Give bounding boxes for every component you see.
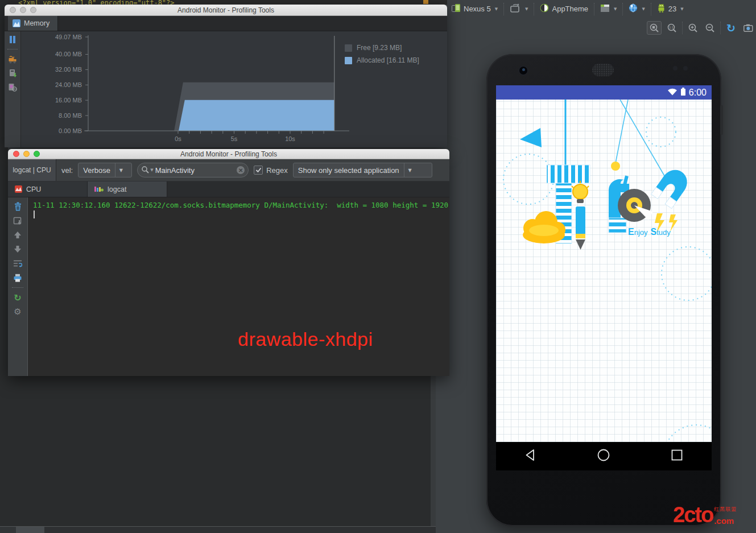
regex-option[interactable]: Regex — [254, 166, 288, 175]
memory-toolbar — [5, 31, 21, 147]
window-controls[interactable] — [10, 7, 36, 13]
scroll-down-button[interactable] — [13, 245, 22, 254]
search-history-chevron-icon[interactable]: ▼ — [150, 168, 153, 172]
memory-tab-icon — [13, 19, 20, 27]
monitor-corner-tab[interactable]: logcat | CPU — [8, 159, 56, 181]
logcat-console[interactable]: ↻ ⚙ 11-11 12:30:12.160 12622-12622/com.s… — [8, 197, 449, 376]
memory-monitor-window: Android Monitor - Profiling Tools Memory — [5, 5, 447, 147]
refresh-button[interactable]: ↻ — [724, 22, 738, 34]
layout-variant-icon — [600, 4, 610, 14]
allocation-tracker-button[interactable] — [8, 83, 17, 92]
device-selector[interactable]: Nexus 5 ▼ — [449, 3, 499, 14]
xml-code-line: <?xml version="1.0" encoding="utf-8"?> — [18, 0, 447, 5]
rotate-device-icon — [510, 3, 521, 15]
log-line[interactable]: 11-11 12:30:12.160 12622-12622/com.socks… — [33, 201, 448, 209]
zoom-in-button[interactable] — [686, 22, 700, 34]
battery-icon — [680, 87, 686, 98]
background-code-editor: <?xml version="1.0" encoding="utf-8"?> — [8, 0, 447, 5]
window-title: Android Monitor - Profiling Tools — [8, 150, 449, 158]
device-screen[interactable]: 6:00 — [496, 85, 712, 470]
window-titlebar[interactable]: Android Monitor - Profiling Tools — [5, 5, 447, 16]
maximize-button[interactable] — [34, 151, 40, 157]
gc-button[interactable] — [8, 55, 17, 64]
logcat-search-input[interactable]: ▼ MainActivity ✕ — [137, 163, 249, 177]
svg-text:24.00 MB: 24.00 MB — [55, 81, 82, 88]
api-level-selector[interactable]: 23 ▼ — [655, 3, 685, 14]
restart-logcat-button[interactable]: ↻ — [13, 293, 22, 302]
regex-checkbox[interactable] — [254, 166, 263, 175]
text-cursor — [34, 210, 35, 218]
theme-selector[interactable]: AppTheme — [538, 3, 590, 14]
toolbar-separator — [622, 3, 623, 15]
svg-text:5s: 5s — [231, 135, 238, 142]
clear-search-icon[interactable]: ✕ — [237, 166, 245, 174]
bottom-scrollbar-left-cap — [0, 527, 16, 533]
window-title: Android Monitor - Profiling Tools — [5, 6, 447, 14]
window-controls[interactable] — [13, 151, 40, 157]
close-button[interactable] — [13, 151, 19, 157]
print-button[interactable] — [13, 273, 22, 282]
toolbar-separator — [682, 22, 683, 34]
chart-legend: Free [9.23 MB] Allocated [16.11 MB] — [345, 44, 419, 64]
cpu-tab-icon — [15, 185, 22, 193]
zoom-out-button[interactable] — [703, 22, 717, 34]
nav-back-button[interactable] — [524, 449, 536, 464]
maximize-button[interactable] — [30, 7, 36, 13]
minimize-button[interactable] — [20, 7, 26, 13]
logcat-tab-icon — [94, 185, 104, 193]
minimize-button[interactable] — [23, 151, 30, 157]
logcat-settings-button[interactable]: ⚙ — [13, 307, 22, 316]
dump-java-heap-button[interactable] — [8, 69, 17, 78]
monitor-tabs: CPU logcat — [8, 181, 449, 197]
logcat-window: Android Monitor - Profiling Tools logcat… — [8, 149, 449, 376]
legend-swatch — [345, 44, 352, 52]
chevron-down-icon: ▼ — [404, 163, 416, 177]
locale-selector[interactable]: ▼ — [627, 3, 646, 14]
toolbar-separator — [12, 287, 23, 288]
window-titlebar[interactable]: Android Monitor - Profiling Tools — [8, 149, 449, 159]
logcat-filter-select[interactable]: Show only selected application ▼ — [293, 163, 432, 177]
tab-label: Memory — [24, 19, 49, 27]
legend-label: Allocated [16.11 MB] — [357, 56, 419, 64]
chevron-down-icon: ▼ — [525, 7, 528, 11]
layout-editor-toolbar: Nexus 5 ▼ ▼ AppTheme ▼ — [449, 0, 685, 18]
desktop: <?xml version="1.0" encoding="utf-8"?> N… — [0, 0, 756, 533]
legend-item-free: Free [9.23 MB] — [345, 44, 419, 52]
tab-memory[interactable]: Memory — [8, 16, 58, 31]
editor-marker — [423, 0, 428, 4]
toolbar-separator — [720, 22, 721, 34]
editor-vertical-scrollbar[interactable] — [431, 374, 436, 526]
nav-home-button[interactable] — [597, 448, 610, 464]
search-value[interactable]: MainActivity — [155, 166, 236, 175]
zoom-actual-size-button[interactable]: 1:1 — [665, 22, 679, 34]
orientation-selector[interactable]: ▼ — [508, 3, 530, 15]
activity-selector[interactable]: ▼ — [598, 4, 618, 14]
android-robot-icon — [657, 3, 666, 14]
wrap-lines-button[interactable] — [13, 259, 22, 268]
pause-button[interactable] — [8, 35, 17, 44]
svg-text:0.00 MB: 0.00 MB — [59, 127, 82, 134]
editor-below-area — [8, 374, 431, 527]
svg-text:10s: 10s — [285, 135, 295, 142]
close-button[interactable] — [10, 7, 16, 13]
regex-label: Regex — [266, 166, 288, 175]
screenshot-button[interactable] — [741, 22, 755, 34]
tagline-word: Study — [651, 227, 671, 237]
chevron-down-icon: ▼ — [642, 7, 645, 11]
zoom-toolbar: 1:1 ↻ — [647, 18, 756, 38]
svg-text:32.00 MB: 32.00 MB — [55, 66, 82, 73]
tagline-word: Enjoy — [628, 227, 648, 237]
bottom-scrollbar-track[interactable] — [0, 526, 436, 533]
sensor-dot — [683, 66, 688, 71]
bottom-scrollbar-thumb[interactable] — [16, 527, 44, 533]
tab-cpu[interactable]: CPU — [8, 181, 88, 197]
chevron-down-icon: ▼ — [614, 7, 617, 11]
clear-logcat-button[interactable] — [13, 202, 22, 211]
tab-logcat[interactable]: logcat — [88, 181, 167, 197]
scroll-up-button[interactable] — [13, 230, 22, 239]
toolbar-separator — [503, 3, 504, 15]
nav-recents-button[interactable] — [671, 449, 683, 464]
export-log-button[interactable] — [13, 216, 22, 225]
zoom-to-fit-button[interactable] — [647, 21, 662, 35]
log-level-select[interactable]: Verbose ▼ — [78, 163, 132, 177]
